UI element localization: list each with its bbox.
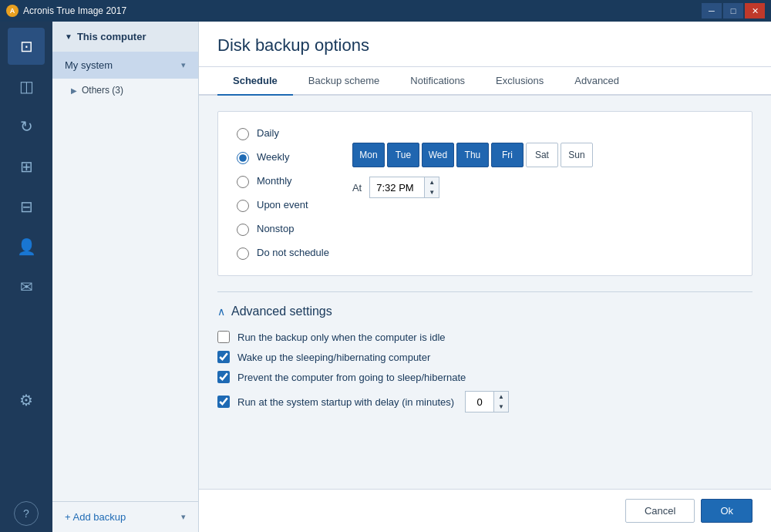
schedule-right: Mon Tue Wed Thu Fri Sat Sun At: [352, 143, 593, 198]
radio-nonstop: Nonstop: [237, 223, 329, 236]
add-backup-arrow: ▾: [181, 512, 186, 522]
day-tue[interactable]: Tue: [387, 143, 419, 167]
email-icon[interactable]: ✉: [8, 268, 45, 305]
advanced-settings-section: ∧ Advanced settings Run the backup only …: [217, 305, 752, 412]
radio-monthly-label: Monthly: [257, 175, 292, 187]
advanced-settings-title: Advanced settings: [231, 305, 332, 318]
delay-input[interactable]: [466, 394, 493, 410]
tab-content: Daily Weekly Monthly Upon event: [199, 96, 771, 489]
day-fri[interactable]: Fri: [491, 143, 524, 167]
checkbox-idle: Run the backup only when the computer is…: [217, 331, 752, 343]
time-down-button[interactable]: ▼: [425, 187, 439, 197]
radio-do-not-schedule-label: Do not schedule: [257, 247, 329, 258]
add-backup-label: + Add backup: [65, 511, 126, 523]
nav-header-label: This computer: [77, 31, 146, 42]
ok-button[interactable]: Ok: [701, 499, 752, 523]
clone-icon[interactable]: ⊟: [8, 188, 45, 225]
nav-header: ▼ This computer: [52, 22, 198, 52]
radio-weekly-input[interactable]: [237, 152, 249, 164]
checkbox-wakeup-label: Wake up the sleeping/hibernating compute…: [237, 352, 430, 363]
radio-do-not-schedule-input[interactable]: [237, 247, 249, 260]
titlebar: A Acronis True Image 2017 ─ □ ✕: [0, 0, 771, 22]
radio-upon-event-input[interactable]: [237, 200, 249, 212]
nav-item-my-system[interactable]: My system ▾: [52, 52, 198, 79]
delay-spinner: ▲ ▼: [493, 392, 508, 412]
checkbox-prevent-sleep-input[interactable]: [217, 371, 230, 383]
schedule-grid: Daily Weekly Monthly Upon event: [237, 127, 733, 260]
day-wed[interactable]: Wed: [422, 143, 454, 167]
main-layout: ⊡ ◫ ↻ ⊞ ⊟ 👤 ✉ ⚙ ? ▼ This computer My sys…: [0, 22, 771, 532]
checkbox-idle-input[interactable]: [217, 331, 230, 343]
advanced-checkbox-group: Run the backup only when the computer is…: [217, 331, 752, 412]
checkbox-idle-label: Run the backup only when the computer is…: [237, 332, 446, 343]
radio-weekly: Weekly: [237, 151, 329, 164]
advanced-toggle-icon: ∧: [217, 305, 225, 318]
help-icon[interactable]: ?: [14, 501, 39, 526]
radio-do-not-schedule: Do not schedule: [237, 247, 329, 260]
nav-header-arrow: ▼: [65, 32, 72, 41]
day-sat[interactable]: Sat: [526, 143, 558, 167]
radio-monthly-input[interactable]: [237, 176, 249, 188]
delay-down-button[interactable]: ▼: [494, 402, 508, 412]
at-label: At: [352, 182, 362, 194]
delay-input-wrapper: ▲ ▼: [465, 391, 509, 412]
time-selector: At ▲ ▼: [352, 177, 593, 198]
checkbox-startup-input[interactable]: [217, 396, 230, 408]
nav-item-others[interactable]: ▶ Others (3): [52, 79, 198, 102]
tools-icon[interactable]: ⊞: [8, 148, 45, 185]
close-button[interactable]: ✕: [745, 3, 765, 19]
day-sun[interactable]: Sun: [561, 143, 593, 167]
radio-upon-event: Upon event: [237, 199, 329, 212]
nav-item-my-system-arrow: ▾: [181, 60, 186, 70]
days-selector: Mon Tue Wed Thu Fri Sat Sun: [352, 143, 593, 167]
nav-item-my-system-label: My system: [65, 59, 113, 71]
nav-item-others-label: Others (3): [82, 85, 123, 96]
bottom-bar: Cancel Ok: [199, 489, 771, 532]
tab-exclusions[interactable]: Exclusions: [480, 67, 559, 96]
time-up-button[interactable]: ▲: [425, 177, 439, 187]
settings-icon[interactable]: ⚙: [8, 382, 45, 419]
tab-schedule[interactable]: Schedule: [217, 67, 293, 96]
checkbox-wakeup: Wake up the sleeping/hibernating compute…: [217, 351, 752, 363]
radio-nonstop-input[interactable]: [237, 224, 249, 236]
day-mon[interactable]: Mon: [352, 143, 385, 167]
schedule-radio-group: Daily Weekly Monthly Upon event: [237, 127, 329, 260]
backup-icon[interactable]: ⊡: [8, 28, 45, 65]
maximize-button[interactable]: □: [723, 3, 743, 19]
window-controls: ─ □ ✕: [702, 3, 765, 19]
cancel-button[interactable]: Cancel: [625, 499, 695, 523]
checkbox-startup: Run at the system startup with delay (in…: [217, 391, 752, 412]
tabs-bar: Schedule Backup scheme Notifications Exc…: [199, 67, 771, 96]
radio-weekly-label: Weekly: [257, 151, 289, 163]
checkbox-startup-label: Run at the system startup with delay (in…: [237, 396, 454, 408]
minimize-button[interactable]: ─: [702, 3, 722, 19]
tab-backup-scheme[interactable]: Backup scheme: [293, 67, 396, 96]
nav-sub-item-arrow: ▶: [71, 86, 77, 95]
page-title: Disk backup options: [199, 22, 771, 67]
app-title: Acronis True Image 2017: [23, 5, 697, 16]
time-input-wrapper: ▲ ▼: [369, 177, 439, 198]
sync-icon[interactable]: ↻: [8, 108, 45, 145]
tab-advanced[interactable]: Advanced: [559, 67, 635, 96]
delay-up-button[interactable]: ▲: [494, 392, 508, 402]
day-thu[interactable]: Thu: [456, 143, 489, 167]
add-backup-button[interactable]: + Add backup ▾: [52, 501, 198, 532]
radio-upon-event-label: Upon event: [257, 199, 308, 210]
section-divider: [217, 291, 752, 292]
radio-daily-input[interactable]: [237, 128, 249, 140]
nav-panel: ▼ This computer My system ▾ ▶ Others (3)…: [52, 22, 199, 532]
tab-notifications[interactable]: Notifications: [395, 67, 480, 96]
recovery-icon[interactable]: ◫: [8, 68, 45, 105]
radio-monthly: Monthly: [237, 175, 329, 188]
radio-daily: Daily: [237, 127, 329, 140]
checkbox-prevent-sleep-label: Prevent the computer from going to sleep…: [237, 372, 466, 383]
checkbox-wakeup-input[interactable]: [217, 351, 230, 363]
app-logo: A: [6, 5, 19, 17]
content-area: Disk backup options Schedule Backup sche…: [199, 22, 771, 532]
time-input[interactable]: [370, 179, 424, 197]
time-spinner: ▲ ▼: [424, 177, 439, 197]
advanced-settings-header[interactable]: ∧ Advanced settings: [217, 305, 752, 318]
sidebar-icons: ⊡ ◫ ↻ ⊞ ⊟ 👤 ✉ ⚙ ?: [0, 22, 52, 532]
radio-nonstop-label: Nonstop: [257, 223, 294, 234]
account-icon[interactable]: 👤: [8, 228, 45, 265]
